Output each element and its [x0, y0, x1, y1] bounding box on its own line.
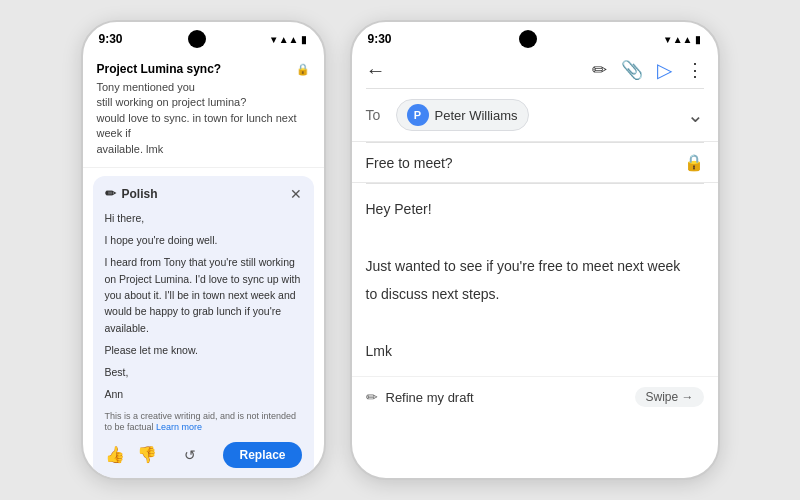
swipe-text: Swipe → — [645, 390, 693, 404]
attach-icon[interactable]: 📎 — [621, 59, 643, 81]
polish-p6: Ann — [105, 386, 302, 402]
polish-actions: 👍 👎 ↺ Replace — [105, 442, 302, 468]
email-subject: Project Lumina sync? — [97, 62, 222, 76]
email-line-lmk: Lmk — [366, 340, 704, 362]
email-preview-line2: still working on project lumina? — [97, 95, 310, 110]
send-icon[interactable]: ▷ — [657, 58, 672, 82]
thumbs-down-button[interactable]: 👎 — [137, 445, 157, 464]
polish-label: Polish — [122, 187, 158, 201]
right-status-bar: 9:30 ▾ ▲▲ ▮ — [352, 22, 718, 52]
recipient-name: Peter Williams — [435, 108, 518, 123]
email-line-space2 — [366, 312, 704, 334]
to-label: To — [366, 107, 386, 123]
polish-p3: I heard from Tony that you're still work… — [105, 254, 302, 335]
more-icon[interactable]: ⋮ — [686, 59, 704, 81]
left-time: 9:30 — [99, 32, 123, 46]
email-line-greeting: Hey Peter! — [366, 198, 704, 220]
email-preview-line1: Tony mentioned you — [97, 80, 310, 95]
polish-p5: Best, — [105, 364, 302, 380]
polish-header: ✏ Polish ✕ — [105, 186, 302, 202]
right-battery-icon: ▮ — [695, 34, 701, 45]
lock-icon: 🔒 — [684, 153, 704, 172]
left-status-bar: 9:30 ▾ ▲▲ ▮ — [83, 22, 324, 52]
email-line-body1: Just wanted to see if you're free to mee… — [366, 255, 704, 277]
email-preview-header: Project Lumina sync? 🔒 — [97, 62, 310, 76]
right-phone: 9:30 ▾ ▲▲ ▮ ← ✏ 📎 ▷ ⋮ To P Peter William… — [350, 20, 720, 480]
right-signal-icon: ▲▲ — [673, 34, 693, 45]
lock-icon-small: 🔒 — [296, 63, 310, 76]
back-button[interactable]: ← — [366, 59, 386, 82]
right-wifi-icon: ▾ — [665, 34, 670, 45]
recipient-avatar: P — [407, 104, 429, 126]
compose-toolbar: ← ✏ 📎 ▷ ⋮ — [352, 52, 718, 88]
left-phone: 9:30 ▾ ▲▲ ▮ Project Lumina sync? 🔒 Tony … — [81, 20, 326, 480]
email-body-preview: Tony mentioned you still working on proj… — [97, 80, 310, 157]
subject-field[interactable]: Free to meet? — [366, 155, 453, 171]
signal-icon: ▲▲ — [279, 34, 299, 45]
polish-close-button[interactable]: ✕ — [290, 186, 302, 202]
left-status-icons: ▾ ▲▲ ▮ — [271, 34, 308, 45]
email-line-space1 — [366, 226, 704, 248]
right-notch — [519, 30, 537, 48]
swipe-badge[interactable]: Swipe → — [635, 387, 703, 407]
email-preview-line3: would love to sync. in town for lunch ne… — [97, 111, 310, 142]
action-icons-left: 👍 👎 — [105, 445, 157, 464]
left-notch — [188, 30, 206, 48]
right-status-icons: ▾ ▲▲ ▮ — [665, 34, 702, 45]
polish-title: ✏ Polish — [105, 186, 158, 201]
refine-icon: ✏ — [366, 389, 378, 405]
learn-more-link[interactable]: Learn more — [156, 422, 202, 432]
subject-row: Free to meet? 🔒 — [352, 143, 718, 183]
recipient-chip[interactable]: P Peter Williams — [396, 99, 529, 131]
battery-icon: ▮ — [301, 34, 307, 45]
thumbs-up-button[interactable]: 👍 — [105, 445, 125, 464]
refresh-button[interactable]: ↺ — [184, 447, 196, 463]
recipient-initial: P — [414, 109, 421, 121]
refine-bar[interactable]: ✏ Refine my draft Swipe → — [352, 376, 718, 417]
to-row: To P Peter Williams ⌄ — [352, 89, 718, 142]
email-line-body2: to discuss next steps. — [366, 283, 704, 305]
right-time: 9:30 — [368, 32, 392, 46]
wifi-icon: ▾ — [271, 34, 276, 45]
email-body[interactable]: Hey Peter! Just wanted to see if you're … — [352, 184, 718, 376]
polish-pencil-icon: ✏ — [105, 186, 116, 201]
polish-disclaimer: This is a creative writing aid, and is n… — [105, 411, 302, 434]
polish-text: Hi there, I hope you're doing well. I he… — [105, 210, 302, 403]
replace-button[interactable]: Replace — [223, 442, 301, 468]
polish-p1: Hi there, — [105, 210, 302, 226]
polish-p2: I hope you're doing well. — [105, 232, 302, 248]
edit-icon[interactable]: ✏ — [592, 59, 607, 81]
email-preview[interactable]: Project Lumina sync? 🔒 Tony mentioned yo… — [83, 52, 324, 168]
polish-panel: ✏ Polish ✕ Hi there, I hope you're doing… — [93, 176, 314, 478]
refine-label: Refine my draft — [386, 390, 474, 405]
chevron-down-icon[interactable]: ⌄ — [687, 103, 704, 127]
polish-p4: Please let me know. — [105, 342, 302, 358]
email-preview-line4: available. lmk — [97, 142, 310, 157]
